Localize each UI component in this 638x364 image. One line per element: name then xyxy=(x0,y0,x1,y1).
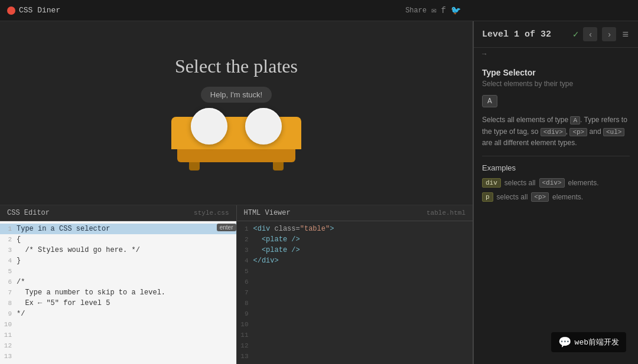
table-base xyxy=(177,149,295,162)
example-row-p: p selects all <p> elements. xyxy=(482,192,630,202)
info-section: Type Selector Select elements by their t… xyxy=(474,61,638,214)
html-viewer-body: 1 <div class="table"> 2 <plate /> 3 <pla… xyxy=(237,221,473,364)
css-editor-label: CSS Editor xyxy=(7,209,50,217)
help-button[interactable]: Help, I'm stuck! xyxy=(201,87,272,103)
header: CSS Diner Share ✉ f 🐦 xyxy=(0,0,638,21)
css-editor-filename: style.css xyxy=(194,209,229,217)
example-selector-div: div xyxy=(482,178,501,188)
inline-code-div: <div> xyxy=(541,128,566,136)
html-line-6: 6 xyxy=(237,277,473,287)
table-leg-right xyxy=(273,162,284,170)
share-label: Share xyxy=(405,6,427,15)
examples-title: Examples xyxy=(482,163,630,172)
html-line-5: 5 xyxy=(237,266,473,277)
next-level-button[interactable]: › xyxy=(602,27,616,41)
html-viewer-pane: HTML Viewer table.html 1 <div class="tab… xyxy=(237,205,473,364)
inline-code-ul: <ul> xyxy=(603,128,624,136)
inline-code-a: A xyxy=(570,116,580,124)
css-editor-pane: CSS Editor style.css 1 Type in a CSS sel… xyxy=(0,205,237,364)
html-viewer-filename: table.html xyxy=(427,209,466,217)
css-line-5: 5 xyxy=(0,266,236,277)
menu-button[interactable]: ≡ xyxy=(621,28,630,41)
game-area: Select the plates Help, I'm stuck! xyxy=(0,21,473,205)
main-layout: Select the plates Help, I'm stuck! xyxy=(0,21,638,364)
level-check-icon: ✓ xyxy=(573,28,579,40)
logo-circle xyxy=(7,6,15,15)
table-leg-left xyxy=(189,162,200,170)
example-code-p: <p> xyxy=(531,192,549,202)
css-line-14: 14 xyxy=(0,362,236,364)
editor-section: CSS Editor style.css 1 Type in a CSS sel… xyxy=(0,205,473,364)
divider xyxy=(482,156,630,156)
css-line-13: 13 xyxy=(0,351,236,362)
share-section: Share ✉ f 🐦 xyxy=(405,5,461,15)
html-line-3: 3 <plate /> xyxy=(237,245,473,255)
code-badge: A xyxy=(482,95,497,107)
level-header: Level 1 of 32 ✓ ‹ › ≡ xyxy=(474,21,638,48)
facebook-icon[interactable]: f xyxy=(441,6,446,15)
html-line-14: 14 xyxy=(237,362,473,364)
html-line-8: 8 xyxy=(237,298,473,309)
html-line-10: 10 xyxy=(237,319,473,330)
table-scene xyxy=(171,117,301,170)
watermark-text: web前端开发 xyxy=(575,337,619,347)
css-line-8: 8 Ex ← "5" for level 5 xyxy=(0,298,236,309)
css-line-2: 2 { xyxy=(0,234,236,245)
css-editor-header: CSS Editor style.css xyxy=(0,205,236,221)
css-line-9: 9 */ xyxy=(0,309,236,319)
html-line-7: 7 xyxy=(237,287,473,298)
html-line-11: 11 xyxy=(237,330,473,340)
example-row-div: div selects all <div> elements. xyxy=(482,178,630,188)
logo: CSS Diner xyxy=(7,6,60,15)
description-text: Selects all elements of type A. Type ref… xyxy=(482,114,630,149)
email-icon[interactable]: ✉ xyxy=(431,5,436,15)
example-rest-p: elements. xyxy=(552,193,583,201)
css-line-1[interactable]: 1 Type in a CSS selector enter xyxy=(0,224,236,234)
selector-type-title: Type Selector xyxy=(482,68,630,77)
css-editor-body[interactable]: 1 Type in a CSS selector enter 2 { 3 /* … xyxy=(0,221,236,364)
left-panel: Select the plates Help, I'm stuck! xyxy=(0,21,473,364)
wechat-icon: 💬 xyxy=(558,336,571,349)
selector-desc: Select elements by their type xyxy=(482,80,630,88)
html-line-1: 1 <div class="table"> xyxy=(237,224,473,234)
plate-right xyxy=(245,108,282,145)
right-panel: Level 1 of 32 ✓ ‹ › ≡ → Type Selector Se… xyxy=(473,21,638,364)
table-legs xyxy=(189,162,284,170)
html-editor-header: HTML Viewer table.html xyxy=(237,205,473,221)
html-line-4: 4 </div> xyxy=(237,255,473,266)
prev-level-button[interactable]: ‹ xyxy=(583,27,597,41)
html-line-2: 2 <plate /> xyxy=(237,234,473,245)
twitter-icon[interactable]: 🐦 xyxy=(451,5,461,15)
html-line-12: 12 xyxy=(237,340,473,351)
css-line-10: 10 xyxy=(0,319,236,330)
example-code-div: <div> xyxy=(539,178,565,188)
enter-button[interactable]: enter xyxy=(217,224,236,231)
example-text-p: selects all xyxy=(497,193,528,201)
logo-text: CSS Diner xyxy=(19,6,60,15)
css-line-4: 4 } xyxy=(0,255,236,266)
css-line-3: 3 /* Styles would go here. */ xyxy=(0,245,236,255)
css-line-11: 11 xyxy=(0,330,236,340)
example-text-div: selects all xyxy=(504,179,536,187)
table-top xyxy=(171,117,301,149)
example-rest-div: elements. xyxy=(568,179,599,187)
inline-code-p: <p> xyxy=(569,128,587,136)
game-title: Select the plates xyxy=(175,55,298,77)
plate-left xyxy=(191,108,227,145)
css-line-7: 7 Type a number to skip to a level. xyxy=(0,287,236,298)
level-text: Level 1 of 32 xyxy=(482,29,568,40)
example-selector-p: p xyxy=(482,192,493,202)
html-line-9: 9 xyxy=(237,309,473,319)
css-line-6: 6 /* xyxy=(0,277,236,287)
panel-arrow: → xyxy=(474,48,638,61)
html-line-13: 13 xyxy=(237,351,473,362)
css-line-12: 12 xyxy=(0,340,236,351)
watermark: 💬 web前端开发 xyxy=(551,332,626,352)
html-viewer-label: HTML Viewer xyxy=(244,209,291,217)
